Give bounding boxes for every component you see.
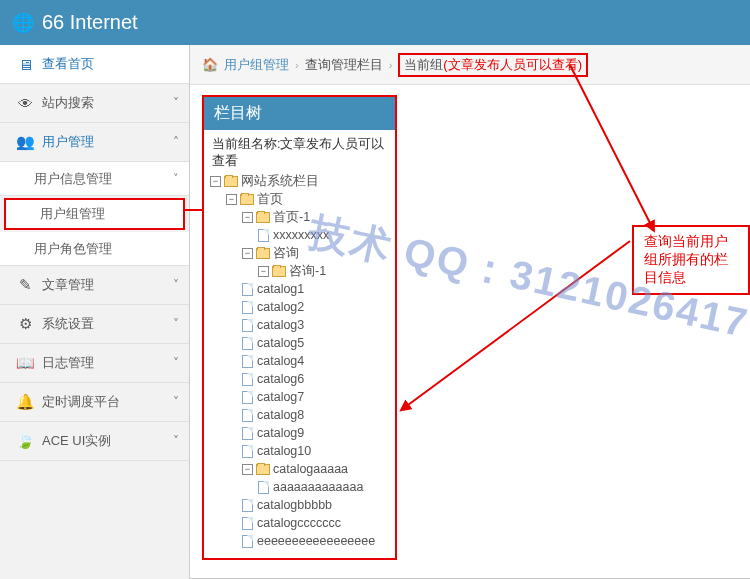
- sidebar-item-label: 系统设置: [42, 315, 173, 333]
- sidebar: 🖥查看首页👁站内搜索˅👥用户管理˄用户信息管理˅用户组管理用户角色管理✎文章管理…: [0, 45, 190, 579]
- page-icon: [242, 499, 253, 512]
- tree-node-label: catalog3: [257, 316, 304, 334]
- sidebar-icon: 📖: [14, 354, 36, 372]
- tree-toggle-icon[interactable]: −: [242, 248, 253, 259]
- tree-node[interactable]: catalog7: [210, 388, 389, 406]
- tree-node-label: catalogccccccc: [257, 514, 341, 532]
- sidebar-item[interactable]: 👁站内搜索˅: [0, 84, 189, 123]
- sidebar-icon: 🍃: [14, 432, 36, 450]
- tree-node-label: 网站系统栏目: [241, 172, 319, 190]
- page-icon: [242, 373, 253, 386]
- breadcrumb-mid: 查询管理栏目: [305, 56, 383, 74]
- tree-node-label: catalog4: [257, 352, 304, 370]
- page-icon: [258, 481, 269, 494]
- sidebar-icon: 👁: [14, 95, 36, 112]
- breadcrumb-link[interactable]: 用户组管理: [224, 56, 289, 74]
- main-area: 🏠 用户组管理 › 查询管理栏目 › 当前组(文章发布人员可以查看) 栏目树 当…: [190, 45, 750, 579]
- folder-icon: [256, 464, 270, 475]
- tree-node-label: catalog5: [257, 334, 304, 352]
- tree-toggle-icon[interactable]: −: [242, 464, 253, 475]
- chevron-icon: ˄: [173, 135, 179, 149]
- tree-toggle-icon[interactable]: −: [210, 176, 221, 187]
- sidebar-item[interactable]: 👥用户管理˄: [0, 123, 189, 162]
- tree-node[interactable]: xxxxxxxxx: [210, 226, 389, 244]
- sidebar-item[interactable]: ⚙系统设置˅: [0, 305, 189, 344]
- tree-node-label: catalogaaaaa: [273, 460, 348, 478]
- tree-node-label: 首页-1: [273, 208, 310, 226]
- annotation-text: 查询当前用户组所拥有的栏目信息: [644, 233, 728, 285]
- tree-node[interactable]: catalog2: [210, 298, 389, 316]
- tree-node-label: catalog6: [257, 370, 304, 388]
- breadcrumb: 🏠 用户组管理 › 查询管理栏目 › 当前组(文章发布人员可以查看): [190, 45, 750, 85]
- tree-node[interactable]: catalog8: [210, 406, 389, 424]
- sidebar-item[interactable]: 📖日志管理˅: [0, 344, 189, 383]
- sidebar-subitem[interactable]: 用户角色管理: [0, 232, 189, 266]
- tree-node[interactable]: catalog3: [210, 316, 389, 334]
- sidebar-item-label: 查看首页: [42, 55, 179, 73]
- sidebar-item-label: 日志管理: [42, 354, 173, 372]
- sidebar-item[interactable]: 🖥查看首页: [0, 45, 189, 84]
- sidebar-subitem-label: 用户信息管理: [34, 170, 112, 188]
- tree-node-label: 首页: [257, 190, 283, 208]
- tree-toggle-icon[interactable]: −: [258, 266, 269, 277]
- tree-toggle-icon[interactable]: −: [226, 194, 237, 205]
- tree-node[interactable]: aaaaaaaaaaaaa: [210, 478, 389, 496]
- tree-node[interactable]: −catalogaaaaa: [210, 460, 389, 478]
- chevron-icon: ˅: [173, 395, 179, 409]
- chevron-right-icon: ›: [295, 59, 299, 71]
- sidebar-icon: ✎: [14, 276, 36, 294]
- page-icon: [242, 517, 253, 530]
- page-icon: [242, 391, 253, 404]
- chevron-icon: ˅: [173, 278, 179, 292]
- home-icon[interactable]: 🏠: [202, 57, 218, 72]
- tree-node[interactable]: eeeeeeeeeeeeeeeee: [210, 532, 389, 550]
- sidebar-subitem[interactable]: 用户组管理: [4, 198, 185, 230]
- tree-node-label: catalog1: [257, 280, 304, 298]
- folder-icon: [256, 212, 270, 223]
- tree-node[interactable]: −网站系统栏目: [210, 172, 389, 190]
- tree-node[interactable]: catalog1: [210, 280, 389, 298]
- folder-icon: [240, 194, 254, 205]
- tree-node[interactable]: −咨询: [210, 244, 389, 262]
- app-title: 66 Internet: [42, 11, 138, 34]
- tree-node[interactable]: catalogbbbbb: [210, 496, 389, 514]
- tree-toggle-icon[interactable]: −: [242, 212, 253, 223]
- tree-node-label: catalog7: [257, 388, 304, 406]
- tree-node[interactable]: catalog9: [210, 424, 389, 442]
- sidebar-item[interactable]: 🔔定时调度平台˅: [0, 383, 189, 422]
- sidebar-item-label: ACE UI实例: [42, 432, 173, 450]
- tree-node-label: catalog2: [257, 298, 304, 316]
- tree-node[interactable]: catalog4: [210, 352, 389, 370]
- tree-node[interactable]: −首页: [210, 190, 389, 208]
- sidebar-item[interactable]: 🍃ACE UI实例˅: [0, 422, 189, 461]
- page-icon: [242, 535, 253, 548]
- svg-line-0: [570, 65, 650, 223]
- tree-node[interactable]: catalog6: [210, 370, 389, 388]
- svg-line-1: [408, 241, 630, 405]
- tree-node-label: catalog9: [257, 424, 304, 442]
- tree-node[interactable]: catalog10: [210, 442, 389, 460]
- sidebar-icon: ⚙: [14, 315, 36, 333]
- sidebar-item-label: 定时调度平台: [42, 393, 173, 411]
- page-icon: [242, 283, 253, 296]
- folder-icon: [256, 248, 270, 259]
- breadcrumb-current-group: (文章发布人员可以查看): [443, 57, 582, 72]
- sidebar-subitem-label: 用户组管理: [40, 205, 105, 223]
- sidebar-subitem[interactable]: 用户信息管理˅: [0, 162, 189, 196]
- tree-node[interactable]: −咨询-1: [210, 262, 389, 280]
- tree-panel-title: 栏目树: [204, 97, 395, 130]
- tree-panel: 栏目树 当前组名称:文章发布人员可以查看 −网站系统栏目−首页−首页-1xxxx…: [202, 95, 397, 560]
- tree-node[interactable]: −首页-1: [210, 208, 389, 226]
- sidebar-icon: 👥: [14, 133, 36, 151]
- page-icon: [242, 355, 253, 368]
- tree-node[interactable]: catalog5: [210, 334, 389, 352]
- sidebar-item-label: 文章管理: [42, 276, 173, 294]
- page-icon: [242, 427, 253, 440]
- page-icon: [242, 319, 253, 332]
- sidebar-item-label: 站内搜索: [42, 94, 173, 112]
- tree-node[interactable]: catalogccccccc: [210, 514, 389, 532]
- tree-node-label: aaaaaaaaaaaaa: [273, 478, 363, 496]
- sidebar-item[interactable]: ✎文章管理˅: [0, 266, 189, 305]
- sidebar-item-label: 用户管理: [42, 133, 173, 151]
- tree-node-label: xxxxxxxxx: [273, 226, 329, 244]
